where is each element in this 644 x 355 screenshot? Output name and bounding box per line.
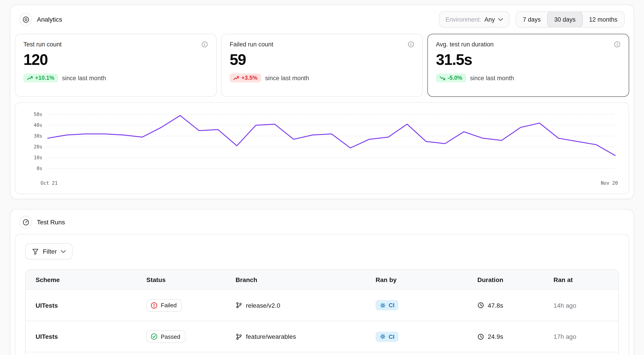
- delta-value: -5.0%: [448, 75, 462, 81]
- filter-label: Filter: [43, 248, 57, 255]
- test-runs-content: Filter Scheme Status Branch Ran by Durat…: [15, 234, 629, 355]
- stat-value: 31.5s: [436, 51, 620, 68]
- duration-value: 24.9s: [488, 333, 503, 340]
- ran-at-cell: 17h ago: [554, 333, 618, 340]
- status-cell: Failed: [146, 299, 236, 312]
- column-header-scheme: Scheme: [36, 276, 146, 283]
- svg-text:Oct 21: Oct 21: [40, 180, 58, 186]
- delta-badge: +3.5%: [230, 74, 261, 82]
- analytics-section: Analytics Environment: Any 7 days 30 day…: [10, 4, 634, 199]
- info-icon[interactable]: [614, 41, 620, 48]
- trend-caption: since last month: [265, 74, 309, 81]
- analytics-header: Analytics Environment: Any 7 days 30 day…: [10, 5, 634, 33]
- svg-text:0s: 0s: [37, 166, 42, 171]
- environment-label: Environment:: [446, 16, 481, 23]
- duration-value: 47.8s: [488, 302, 503, 309]
- trend-caption: since last month: [470, 74, 514, 81]
- analytics-controls: Environment: Any 7 days 30 days 12 month…: [439, 11, 625, 28]
- status-cell: Passed: [146, 330, 236, 343]
- stat-value: 59: [230, 51, 414, 68]
- column-header-ran-at: Ran at: [554, 276, 618, 283]
- delta-badge: -5.0%: [436, 74, 466, 82]
- stat-title: Test run count: [24, 41, 62, 48]
- trend-caption: since last month: [62, 74, 106, 81]
- branch-cell: release/v2.0: [236, 302, 376, 309]
- scheme-cell: UITests: [36, 302, 146, 309]
- duration-chart-card: 0s10s20s30s40s50sOct 21Nov 20: [15, 102, 629, 194]
- dashboard: Analytics Environment: Any 7 days 30 day…: [0, 4, 644, 355]
- trend-down-icon: [440, 76, 446, 80]
- stat-card-avg-test-run-duration[interactable]: Avg. test run duration 31.5s -5.0% since…: [428, 34, 629, 97]
- stat-card-test-run-count[interactable]: Test run count 120 +10.1% since last mon…: [15, 34, 216, 97]
- ran-by-cell: CI: [376, 300, 477, 310]
- test-runs-header: Test Runs: [10, 210, 634, 234]
- range-12-months-button[interactable]: 12 months: [582, 12, 624, 27]
- delta-value: +10.1%: [35, 75, 54, 81]
- status-badge: Failed: [146, 299, 182, 312]
- svg-text:50s: 50s: [34, 112, 42, 117]
- test-runs-table: Scheme Status Branch Ran by Duration Ran…: [25, 270, 619, 355]
- column-header-status: Status: [146, 276, 236, 283]
- delta-value: +3.5%: [242, 75, 258, 81]
- duration-line-chart: 0s10s20s30s40s50sOct 21Nov 20: [22, 109, 620, 190]
- gear-icon: [380, 334, 386, 340]
- stat-title: Failed run count: [230, 41, 273, 48]
- branch-cell: feature/wearables: [236, 333, 376, 340]
- column-header-branch: Branch: [236, 276, 376, 283]
- branch-name: release/v2.0: [246, 302, 280, 309]
- chevron-down-icon: [61, 250, 66, 253]
- trend-up-icon: [233, 76, 239, 80]
- column-header-ran-by: Ran by: [376, 276, 477, 283]
- duration-cell: 47.8s: [477, 302, 554, 309]
- svg-text:20s: 20s: [34, 144, 42, 150]
- ran-by-label: CI: [389, 333, 394, 340]
- clock-icon: [477, 302, 484, 308]
- test-runs-icon: [19, 216, 32, 228]
- delta-badge: +10.1%: [24, 74, 58, 82]
- info-icon[interactable]: [408, 41, 414, 48]
- git-branch-icon: [236, 302, 242, 308]
- status-label: Failed: [161, 302, 177, 308]
- scheme-cell: UITests: [36, 333, 146, 340]
- table-row[interactable]: UITests Passed feature/wear: [26, 321, 618, 352]
- environment-select[interactable]: Environment: Any: [439, 11, 509, 28]
- status-label: Passed: [161, 333, 180, 340]
- svg-text:40s: 40s: [34, 122, 42, 128]
- status-badge: Passed: [146, 330, 186, 343]
- ci-badge: CI: [376, 331, 398, 342]
- ran-by-label: CI: [389, 302, 394, 308]
- range-30-days-button[interactable]: 30 days: [547, 11, 583, 28]
- chevron-down-icon: [498, 18, 503, 21]
- branch-name: feature/wearables: [246, 333, 296, 340]
- date-range-segmented: 7 days 30 days 12 months: [516, 11, 625, 28]
- test-runs-title: Test Runs: [37, 218, 65, 226]
- duration-cell: 24.9s: [477, 333, 554, 340]
- trend-up-icon: [27, 76, 33, 80]
- ci-badge: CI: [376, 300, 398, 310]
- info-icon[interactable]: [201, 41, 208, 48]
- environment-value: Any: [484, 16, 495, 23]
- stat-value: 120: [24, 51, 208, 68]
- table-row[interactable]: UITests Failed release/v2.0: [26, 290, 618, 321]
- analytics-title: Analytics: [37, 16, 62, 23]
- ran-at-cell: 14h ago: [554, 302, 618, 309]
- stat-title: Avg. test run duration: [436, 41, 494, 48]
- clock-icon: [477, 333, 484, 340]
- passed-icon: [150, 333, 158, 340]
- test-runs-section: Test Runs Filter Scheme Status Branch Ra…: [10, 209, 634, 355]
- table-header-row: Scheme Status Branch Ran by Duration Ran…: [26, 270, 618, 290]
- stat-card-failed-run-count[interactable]: Failed run count 59 +3.5% since last mon…: [221, 34, 423, 97]
- failed-icon: [150, 302, 158, 309]
- svg-text:10s: 10s: [34, 155, 42, 160]
- ran-by-cell: CI: [376, 331, 477, 342]
- filter-icon: [32, 248, 39, 255]
- filter-button[interactable]: Filter: [25, 243, 72, 260]
- analytics-icon: [19, 13, 32, 26]
- stats-row: Test run count 120 +10.1% since last mon…: [10, 33, 634, 97]
- svg-text:Nov 20: Nov 20: [601, 180, 618, 186]
- table-row-partial: [26, 352, 618, 355]
- svg-text:30s: 30s: [34, 133, 42, 139]
- range-7-days-button[interactable]: 7 days: [516, 12, 548, 27]
- git-branch-icon: [236, 333, 242, 340]
- gear-icon: [380, 302, 386, 308]
